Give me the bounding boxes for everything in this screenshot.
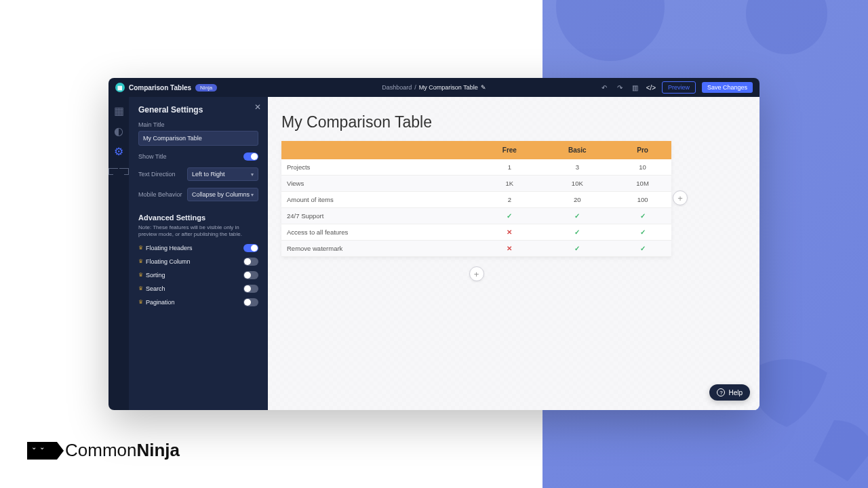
- app-logo-icon: ▦: [115, 83, 125, 92]
- check-icon: ✓: [640, 245, 646, 252]
- check-icon: ✓: [640, 228, 646, 236]
- svg-point-0: [556, 0, 665, 61]
- cell: 2: [478, 192, 540, 208]
- rail-settings-icon[interactable]: ⚙: [113, 146, 124, 157]
- save-changes-button[interactable]: Save Changes: [702, 82, 753, 93]
- app-name: Comparison Tables: [129, 84, 191, 92]
- col-header: Basic: [540, 141, 614, 159]
- sorting-toggle[interactable]: [243, 271, 258, 279]
- crown-icon: ♛: [138, 285, 143, 291]
- check-icon: ✓: [574, 245, 580, 252]
- cell: 20: [540, 192, 614, 208]
- crown-icon: ♛: [138, 299, 143, 305]
- cell: 1K: [478, 176, 540, 192]
- text-direction-value: Left to Right: [192, 171, 225, 178]
- topbar-actions: ↶ ↷ ▥ </> Preview Save Changes: [599, 81, 753, 94]
- adv-label: Search: [146, 285, 165, 292]
- cell: ✓: [614, 208, 671, 224]
- help-button[interactable]: ? Help: [709, 384, 750, 401]
- cell: ✓: [540, 241, 614, 257]
- help-label: Help: [728, 389, 743, 396]
- search-toggle[interactable]: [243, 285, 258, 293]
- cell: 1: [478, 159, 540, 176]
- text-direction-select[interactable]: Left to Right ▾: [187, 167, 258, 181]
- svg-point-1: [746, 0, 827, 54]
- mobile-behavior-value: Collapse by Columns: [192, 191, 250, 198]
- app-body: ▦ ◐ ⚙ ⫍⫎ ✕ General Settings Main Title S…: [108, 97, 760, 410]
- main-title-input[interactable]: [138, 131, 258, 146]
- cell: 10K: [540, 176, 614, 192]
- adv-label: Pagination: [146, 299, 175, 306]
- close-icon[interactable]: ✕: [254, 102, 261, 112]
- check-icon: ✓: [507, 212, 512, 220]
- adv-label: Sorting: [146, 272, 165, 279]
- cell: 10: [614, 159, 671, 176]
- chevron-down-icon: ▾: [251, 171, 254, 178]
- cell: 10M: [614, 176, 671, 192]
- floating-column-toggle[interactable]: [243, 258, 258, 266]
- row-label: Access to all features: [281, 224, 478, 241]
- check-icon: ✓: [574, 228, 580, 236]
- breadcrumb-current[interactable]: My Comparison Table: [419, 84, 478, 91]
- topbar: ▦ Comparison Tables Ninja Dashboard / My…: [108, 78, 760, 97]
- breadcrumb-sep: /: [414, 84, 416, 91]
- table-row: Access to all features✕✓✓: [281, 224, 671, 241]
- floating-headers-toggle[interactable]: [243, 244, 258, 252]
- brand-icon: [27, 442, 57, 460]
- nav-rail: ▦ ◐ ⚙ ⫍⫎: [108, 97, 129, 410]
- app-window: ▦ Comparison Tables Ninja Dashboard / My…: [108, 78, 760, 410]
- pagination-toggle[interactable]: [243, 298, 258, 306]
- settings-sidebar: ✕ General Settings Main Title Show Title…: [129, 97, 268, 410]
- comparison-table: Free Basic Pro Projects1310Views1K10K10M…: [281, 141, 671, 257]
- crown-icon: ♛: [138, 245, 143, 251]
- help-icon: ?: [717, 388, 725, 396]
- add-column-button[interactable]: +: [673, 190, 688, 205]
- redo-icon[interactable]: ↷: [615, 83, 625, 92]
- advanced-note: Note: These features will be visible onl…: [138, 224, 258, 239]
- row-label: Views: [281, 176, 478, 192]
- undo-icon[interactable]: ↶: [599, 83, 609, 92]
- add-row-button[interactable]: +: [469, 266, 484, 281]
- cell: 3: [540, 159, 614, 176]
- cross-icon: ✕: [507, 245, 512, 252]
- cell: ✓: [478, 208, 540, 224]
- brand-text: CommonNinja: [65, 440, 180, 461]
- advanced-heading: Advanced Settings: [138, 214, 258, 222]
- brand-logo: CommonNinja: [27, 440, 180, 461]
- cell: ✓: [540, 208, 614, 224]
- table-row: Views1K10K10M: [281, 176, 671, 192]
- col-header: [281, 141, 478, 159]
- code-icon[interactable]: </>: [646, 83, 656, 92]
- cell: ✕: [478, 241, 540, 257]
- table-row: Remove watermark✕✓✓: [281, 241, 671, 257]
- breadcrumb-root[interactable]: Dashboard: [382, 84, 412, 91]
- text-direction-label: Text Direction: [138, 171, 176, 178]
- show-title-label: Show Title: [138, 153, 167, 160]
- devices-icon[interactable]: ▥: [631, 83, 640, 92]
- mobile-behavior-label: Mobile Behavior: [138, 191, 182, 198]
- show-title-toggle[interactable]: [243, 152, 258, 161]
- row-label: Amount of items: [281, 192, 478, 208]
- check-icon: ✓: [574, 212, 580, 220]
- rail-style-icon[interactable]: ◐: [113, 125, 124, 136]
- main-title-label: Main Title: [138, 121, 258, 128]
- table-row: Projects1310: [281, 159, 671, 176]
- cross-icon: ✕: [507, 228, 512, 236]
- mobile-behavior-select[interactable]: Collapse by Columns ▾: [187, 188, 258, 201]
- rail-analytics-icon[interactable]: ⫍⫎: [113, 166, 124, 177]
- crown-icon: ♛: [138, 258, 143, 264]
- breadcrumb: Dashboard / My Comparison Table ✎: [382, 84, 486, 91]
- preview-canvas: My Comparison Table Free Basic Pro Proje…: [268, 97, 760, 410]
- rail-layout-icon[interactable]: ▦: [113, 105, 124, 116]
- edit-icon[interactable]: ✎: [481, 84, 486, 91]
- row-label: Projects: [281, 159, 478, 176]
- adv-label: Floating Column: [146, 258, 191, 265]
- preview-button[interactable]: Preview: [662, 81, 696, 94]
- preview-title: My Comparison Table: [281, 113, 671, 131]
- row-label: Remove watermark: [281, 241, 478, 257]
- cell: ✕: [478, 224, 540, 241]
- sidebar-heading: General Settings: [138, 105, 258, 115]
- cell: ✓: [614, 241, 671, 257]
- crown-icon: ♛: [138, 272, 143, 278]
- cell: ✓: [540, 224, 614, 241]
